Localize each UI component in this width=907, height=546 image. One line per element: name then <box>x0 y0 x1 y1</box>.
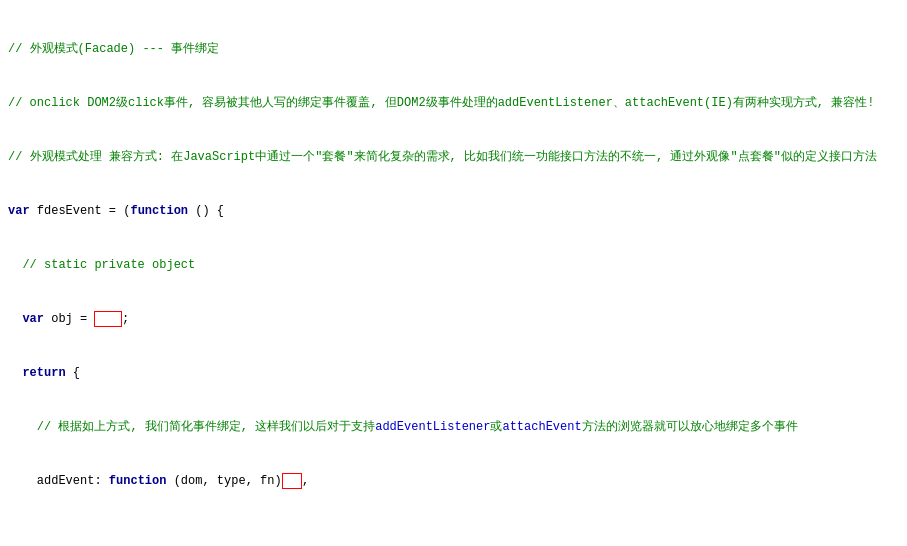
line-addEvent: addEvent: function (dom, type, fn) , <box>8 472 899 490</box>
line-return: return { <box>8 364 899 382</box>
line-var-fdes: var fdesEvent = (function () { <box>8 202 899 220</box>
line-comment-addevent: // 根据如上方式, 我们简化事件绑定, 这样我们以后对于支持addEventL… <box>8 418 899 436</box>
line-var-obj: var obj = ; <box>8 310 899 328</box>
code-editor: // 外观模式(Facade) --- 事件绑定 // onclick DOM2… <box>8 4 899 546</box>
line-comment2: // 外观模式处理 兼容方式: 在JavaScript中通过一个"套餐"来简化复… <box>8 148 899 166</box>
line-comment1: // onclick DOM2级click事件, 容易被其他人写的绑定事件覆盖,… <box>8 94 899 112</box>
line-blank1 <box>8 526 899 544</box>
line-static-comment: // static private object <box>8 256 899 274</box>
line-title-comment: // 外观模式(Facade) --- 事件绑定 <box>8 40 899 58</box>
